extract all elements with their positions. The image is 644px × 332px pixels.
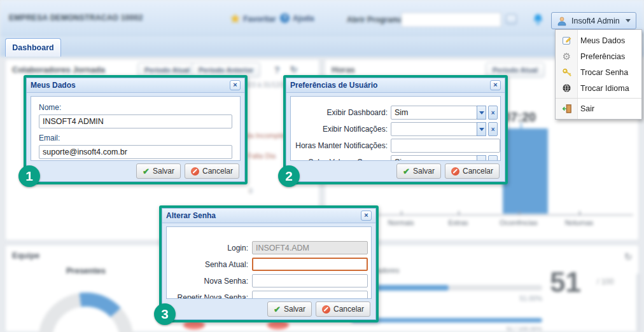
menu-item-label: Trocar Senha — [580, 68, 628, 77]
bar-stem — [521, 123, 522, 128]
email-input[interactable] — [39, 145, 232, 159]
close-icon[interactable]: × — [230, 80, 241, 90]
axis-tick — [458, 211, 459, 215]
menu-item-label: Sair — [580, 104, 594, 113]
form-row: Nova Senha: — [167, 274, 368, 287]
dialog-meus-dados: 1 Meus Dados × Nome: Email: ✔ Salvar Can… — [24, 75, 248, 184]
panel-title: Colaboradores Jornada — [12, 65, 105, 74]
user-menu-button[interactable]: Insoft4 Admin — [551, 12, 636, 29]
check-icon: ✔ — [403, 167, 410, 176]
nome-input[interactable] — [39, 114, 232, 128]
category-extras: Extras — [448, 219, 468, 226]
nome-label: Nome: — [39, 103, 232, 112]
repetir-nova-senha-input[interactable] — [252, 291, 368, 299]
chevron-down-icon[interactable] — [477, 155, 486, 161]
notifications-bell-icon[interactable] — [532, 13, 544, 29]
dialog-footer: ✔ Salvar Cancelar — [27, 161, 244, 181]
email-label: Email: — [39, 134, 232, 142]
program-lookup-icon[interactable] — [506, 14, 517, 24]
close-icon[interactable]: × — [361, 211, 372, 221]
panel-refresh-icon[interactable]: ↻ — [290, 64, 298, 74]
help-label: Ajuda — [293, 14, 314, 23]
panel-title: Equipe — [12, 251, 39, 260]
edit-note-icon — [561, 36, 572, 46]
chevron-down-icon[interactable] — [477, 106, 486, 120]
exit-door-icon — [561, 104, 572, 114]
dialog-alterar-senha: 3 Alterar Senha × Login: Senha Atual: No… — [159, 205, 379, 322]
menu-item-preferencias[interactable]: ⚙ Preferências — [556, 48, 641, 64]
panel-help-icon[interactable]: ? — [274, 65, 280, 75]
meter2-fill — [351, 318, 542, 322]
open-program-input[interactable] — [401, 12, 501, 27]
exibir-dashboard-combo[interactable] — [391, 106, 477, 120]
horas-manter-notificacoes-label: Horas Manter Notificações: — [291, 141, 388, 150]
menu-item-trocar-idioma[interactable]: Trocar Idioma — [556, 80, 641, 96]
meter2-track — [351, 318, 542, 322]
dialog-preferencias: 2 Preferências de Usuário × Exibir Dashb… — [283, 75, 508, 184]
menu-separator — [556, 98, 641, 99]
menu-item-sair[interactable]: Sair — [556, 100, 641, 116]
repetir-nova-senha-label: Repetir Nova Senha: — [167, 293, 248, 300]
save-button[interactable]: ✔ Salvar — [267, 301, 312, 317]
save-label: Salvar — [413, 167, 435, 176]
company-name: EMPRESA DEMONSTRACAO 10002 — [9, 13, 143, 22]
axis-tick — [579, 211, 580, 215]
step-badge-1: 1 — [18, 165, 40, 187]
help-button[interactable]: ? Ajuda — [280, 13, 314, 23]
menu-item-meus-dados[interactable]: Meus Dados — [556, 32, 641, 48]
category-noturnas: Noturnas — [565, 219, 594, 226]
open-program-label: Abrir Programa: — [347, 15, 405, 24]
form-row: Login: — [167, 241, 368, 254]
cancel-button[interactable]: Cancelar — [185, 163, 239, 179]
close-icon[interactable]: × — [490, 80, 501, 90]
dialog-titlebar[interactable]: Meus Dados × — [27, 78, 244, 93]
login-label: Login: — [167, 244, 248, 252]
nova-senha-input[interactable] — [252, 274, 368, 287]
exibir-notificacoes-combo[interactable] — [391, 122, 477, 136]
category-ocorrencias: Ocorrências — [500, 219, 537, 226]
save-button[interactable]: ✔ Salvar — [136, 163, 181, 179]
chevron-down-icon[interactable] — [477, 122, 486, 136]
gear-icon: ⚙ — [561, 52, 572, 61]
bar-value-label: 07:20 — [503, 110, 536, 125]
dialog-body: Nome: Email: — [31, 96, 241, 161]
scrollbar[interactable] — [636, 273, 640, 332]
menu-item-label: Trocar Idioma — [580, 84, 629, 93]
tab-dashboard[interactable]: Dashboard — [5, 38, 61, 57]
clear-field-icon[interactable]: × — [488, 155, 498, 161]
save-button[interactable]: ✔ Salvar — [396, 163, 441, 179]
horas-manter-notificacoes-input[interactable] — [391, 139, 500, 153]
gauge-label: Presentes — [38, 266, 134, 275]
exibir-notificacoes-label: Exibir Notificações: — [291, 125, 388, 134]
dialog-title: Alterar Senha — [166, 211, 361, 220]
category-normais: Normais — [388, 219, 414, 226]
tab-bar — [0, 36, 644, 57]
dialog-titlebar[interactable]: Alterar Senha × — [162, 209, 375, 223]
top-header: EMPRESA DEMONSTRACAO 10002 ★ Favoritar ?… — [0, 0, 644, 36]
axis-tick — [401, 211, 402, 215]
menu-item-trocar-senha[interactable]: Trocar Senha — [556, 64, 641, 80]
panel-refresh-icon[interactable]: ↻ — [624, 251, 633, 263]
favorite-button[interactable]: ★ Favoritar — [230, 13, 276, 24]
key-icon — [561, 67, 572, 78]
clear-field-icon[interactable]: × — [488, 122, 498, 136]
meter2-text: 51 / 100.00% — [351, 325, 542, 332]
senha-atual-input[interactable] — [252, 258, 368, 271]
step-badge-2: 2 — [278, 165, 300, 187]
cancel-label: Cancelar — [333, 305, 364, 314]
cancel-button[interactable]: Cancelar — [445, 163, 500, 179]
salva-valores-campos-combo[interactable] — [391, 155, 477, 161]
cancel-button[interactable]: Cancelar — [316, 301, 370, 317]
clear-field-icon[interactable]: × — [488, 106, 498, 120]
help-icon: ? — [280, 13, 290, 23]
dialog-title: Meus Dados — [31, 81, 230, 90]
panel-title: Horas — [332, 65, 355, 74]
dialog-titlebar[interactable]: Preferências de Usuário × — [286, 78, 505, 93]
login-input — [252, 241, 368, 254]
user-button-label: Insoft4 Admin — [571, 17, 620, 25]
form-row: Exibir Dashboard: × — [291, 106, 498, 120]
form-row: Salva Valores Campos: × — [291, 155, 498, 161]
cancel-icon — [191, 167, 199, 176]
user-dropdown-menu: Meus Dados ⚙ Preferências Trocar Senha T… — [555, 29, 642, 120]
dialog-footer: ✔ Salvar Cancelar — [162, 299, 375, 319]
